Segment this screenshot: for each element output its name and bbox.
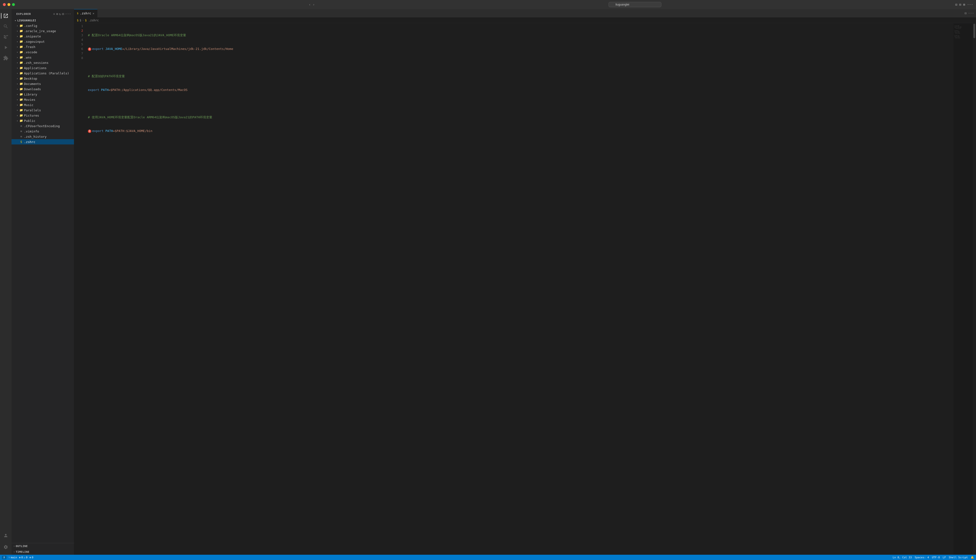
timeline-panel-header[interactable]: › TIMELINE (12, 549, 74, 555)
settings-activity-icon[interactable] (1, 542, 10, 552)
tree-item-movies[interactable]: › 📁 Movies (12, 97, 74, 102)
folder-icon: 📁 (19, 114, 23, 117)
more-icon[interactable]: ··· (967, 3, 973, 7)
spaces-item[interactable]: Spaces: 4 (915, 556, 929, 559)
tree-item-trash[interactable]: › 📁 .Trash (12, 44, 74, 50)
tree-item-cfuser[interactable]: › ≡ .CFUserTextEncoding (12, 123, 74, 128)
line-num-8: 8 (74, 56, 83, 60)
code-content[interactable]: # 配置Oracle ARM64位架构macOS版Java21的JAVA_HOM… (86, 23, 953, 555)
forward-button[interactable]: › (313, 3, 314, 7)
tree-item-downloads[interactable]: › 📁 Downloads (12, 87, 74, 92)
main-container: EXPLORER + ⊕ ↻ ⊟ ··· ▾ LIUGUANGLEI › 📁 .… (0, 9, 976, 555)
code-editor[interactable]: 1 2 3 4 5 6 7 8 # 配置Oracle ARM64位架构macOS… (74, 23, 976, 555)
tree-item-zsh-sessions[interactable]: › 📁 .zsh_sessions (12, 60, 74, 65)
encoding-item[interactable]: UTF-8 (932, 556, 940, 559)
sidebar-title: EXPLORER (16, 12, 31, 16)
folder-icon: 📁 (19, 56, 23, 59)
status-left: X ⑂ main ⊗ 0 ⚠ 0 ⊕ 0 (2, 556, 33, 559)
tree-item-music[interactable]: › 📁 Music (12, 102, 74, 107)
tree-item-config[interactable]: › 📁 .config (12, 23, 74, 28)
branch-item[interactable]: ⑂ main (8, 556, 17, 559)
language-item[interactable]: Shell Script (949, 556, 968, 559)
folder-icon: 📁 (19, 40, 23, 43)
status-bar: X ⑂ main ⊗ 0 ⚠ 0 ⊕ 0 Ln 8, Col 33 Spaces… (0, 555, 976, 560)
bell-item[interactable]: 🔔 (971, 556, 974, 559)
layout3-icon[interactable]: ⊞ (963, 3, 965, 7)
split-editor-icon[interactable]: ⊟ (964, 11, 966, 15)
item-label: .snipaste (24, 35, 74, 38)
line-num-6: 6 (74, 47, 83, 51)
minimize-button[interactable] (7, 3, 10, 6)
remote-count-item[interactable]: ⊕ 0 (30, 556, 33, 559)
item-label: .zsh_history (24, 135, 74, 138)
tree-item-library[interactable]: › 📁 Library (12, 92, 74, 97)
position-item[interactable]: Ln 8, Col 33 (892, 556, 912, 559)
tree-item-parallels[interactable]: › 📁 Parallels (12, 107, 74, 113)
remote-button[interactable]: X (2, 556, 7, 559)
run-activity-icon[interactable] (1, 43, 10, 52)
tree-item-desktop[interactable]: › 📁 Desktop (12, 76, 74, 81)
tree-item-viminfo[interactable]: › ≡ .viminfo (12, 128, 74, 134)
folder-icon: 📁 (19, 119, 23, 122)
layout2-icon[interactable]: ⊟ (959, 3, 961, 7)
error-icon: ⊗ (19, 556, 21, 559)
tree-item-wns[interactable]: › 📁 .wns (12, 55, 74, 60)
minimap: # JAVA_HOME export JAVA_HOME= /Library/J… (953, 23, 973, 555)
tree-item-documents[interactable]: › 📁 Documents (12, 81, 74, 87)
item-label: Movies (24, 98, 74, 102)
code-line-2: 1export JAVA_HOME=/Library/Java/JavaVirt… (88, 47, 953, 51)
folder-icon: 📁 (19, 77, 23, 80)
search-input[interactable] (608, 2, 662, 7)
chevron-right-icon: › (15, 40, 19, 43)
code-line-8: 2export PATH=$PATH:$JAVA_HOME/bin (88, 128, 953, 133)
tree-item-applications-parallels[interactable]: › 📁 Applications (Parallels) (12, 70, 74, 76)
tree-item-public[interactable]: › 📁 Public (12, 118, 74, 123)
tab-close-icon[interactable]: ✕ (93, 12, 94, 15)
folder-icon: 📁 (19, 61, 23, 64)
refresh-icon[interactable]: ↻ (59, 12, 61, 16)
position-text: Ln 8, Col 33 (892, 556, 912, 559)
explorer-activity-icon[interactable] (1, 11, 10, 21)
scrollbar-thumb[interactable] (973, 24, 975, 38)
error-badge-2: 2 (88, 130, 91, 133)
tree-item-snipaste[interactable]: › 📁 .snipaste (12, 33, 74, 39)
breadcrumb-root-label: $ (80, 19, 81, 22)
account-activity-icon[interactable] (1, 531, 10, 540)
spaces-text: Spaces: 4 (915, 556, 929, 559)
outline-panel-header[interactable]: › OUTLINE (12, 543, 74, 549)
layout-icon[interactable]: ⊡ (955, 3, 957, 7)
new-file-icon[interactable]: + (53, 12, 55, 16)
tree-item-zsh-history[interactable]: › ≡ .zsh_history (12, 134, 74, 139)
new-folder-icon[interactable]: ⊕ (56, 12, 58, 16)
code-line-7: # 使用JAVA_HOME环境变量配置Oracle ARM64位架构macOS版… (88, 115, 953, 120)
maximize-button[interactable] (12, 3, 15, 6)
tree-item-zshrc[interactable]: › $ .zshrc (12, 139, 74, 145)
folder-icon: 📁 (19, 87, 23, 91)
more-files-icon[interactable]: ··· (65, 12, 71, 16)
tree-item-sogou[interactable]: › 📁 .sogouinput (12, 39, 74, 44)
tree-item-applications[interactable]: › 📁 Applications (12, 65, 74, 70)
line-num-5: 5 (74, 42, 83, 47)
folder-icon: 📁 (19, 82, 23, 85)
source-control-activity-icon[interactable] (1, 32, 10, 42)
tree-item-vscode[interactable]: › 📁 .vscode (12, 50, 74, 55)
collapse-icon[interactable]: ⊟ (62, 12, 64, 16)
tree-item-oracle[interactable]: › 📁 .oracle_jre_usage (12, 28, 74, 33)
line-numbers: 1 2 3 4 5 6 7 8 (74, 23, 86, 555)
root-chevron-icon: ▾ (13, 19, 17, 22)
close-button[interactable] (3, 3, 6, 6)
tree-item-pictures[interactable]: › 📁 Pictures (12, 113, 74, 118)
editor-scrollbar[interactable] (973, 23, 976, 555)
errors-item[interactable]: ⊗ 0 ⚠ 0 (19, 556, 28, 559)
tab-zshrc[interactable]: $ .zshrc ✕ (74, 9, 97, 18)
item-label: .oracle_jre_usage (24, 29, 74, 33)
tree-root[interactable]: ▾ LIUGUANGLEI (12, 18, 74, 23)
chevron-right-icon: › (15, 114, 19, 117)
line-ending-item[interactable]: LF (943, 556, 946, 559)
tab-label: .zshrc (80, 12, 91, 15)
back-button[interactable]: ‹ (309, 3, 311, 7)
more-editor-icon[interactable]: ··· (968, 11, 974, 15)
search-activity-icon[interactable] (1, 22, 10, 31)
nav-buttons: ‹ › (309, 3, 315, 7)
extensions-activity-icon[interactable] (1, 53, 10, 63)
